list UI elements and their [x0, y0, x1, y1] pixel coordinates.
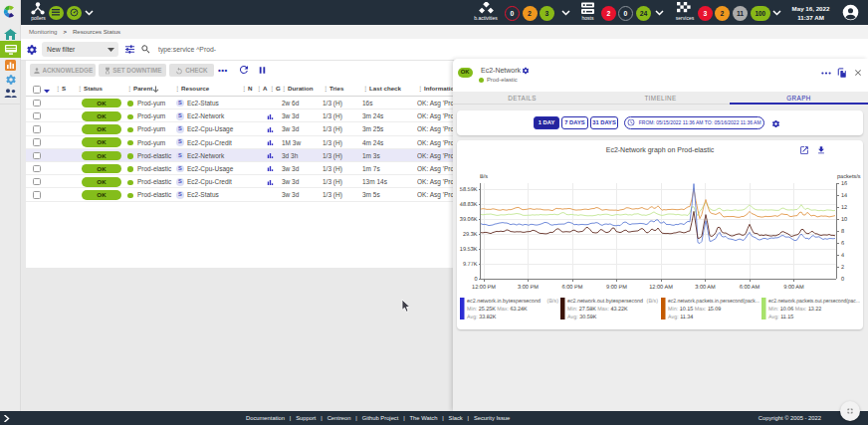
svg-text:8: 8 [841, 229, 844, 235]
svg-text:14: 14 [841, 193, 847, 199]
svg-text:10: 10 [841, 217, 847, 223]
svg-text:9:00 PM: 9:00 PM [606, 285, 627, 291]
svg-text:(B/s): (B/s) [647, 299, 659, 305]
svg-text:58.59K: 58.59K [460, 187, 478, 193]
svg-text:16: 16 [841, 181, 847, 187]
svg-text:4: 4 [841, 253, 844, 259]
svg-text:ec2.network.packets.in.perseco: ec2.network.packets.in.persecond(pack... [668, 299, 760, 305]
svg-text:Avg: 30.59K: Avg: 30.59K [567, 315, 597, 320]
svg-text:3:00 AM: 3:00 AM [695, 285, 716, 291]
svg-text:ec2.network.in.bytespersecond: ec2.network.in.bytespersecond [467, 299, 541, 305]
svg-text:(B/s): (B/s) [547, 299, 559, 305]
svg-text:Avg: 11.15: Avg: 11.15 [768, 315, 793, 320]
svg-text:39.06K: 39.06K [460, 217, 478, 223]
svg-text:Min: 10.06 Max: 13.22: Min: 10.06 Max: 13.22 [768, 307, 821, 313]
svg-text:19.53K: 19.53K [460, 247, 478, 253]
svg-text:3:00 PM: 3:00 PM [518, 285, 539, 291]
svg-text:ec2.network.out.bytespersecond: ec2.network.out.bytespersecond [567, 299, 643, 305]
svg-text:2: 2 [841, 265, 844, 271]
svg-text:Min: 10.15 Max: 15.09: Min: 10.15 Max: 15.09 [668, 307, 721, 313]
svg-text:0: 0 [841, 277, 844, 283]
svg-text:B/s: B/s [480, 173, 488, 180]
svg-text:12:00 AM: 12:00 AM [649, 285, 673, 291]
svg-text:6:00 PM: 6:00 PM [562, 285, 583, 291]
svg-text:6:00 AM: 6:00 AM [740, 285, 760, 291]
svg-text:packets/s: packets/s [837, 173, 861, 180]
svg-text:48.83K: 48.83K [460, 202, 478, 208]
svg-text:12: 12 [841, 205, 847, 211]
svg-text:0: 0 [474, 277, 477, 283]
svg-text:Avg: 11.34: Avg: 11.34 [668, 315, 693, 320]
svg-text:Min: 27.58K Max: 43.22K: Min: 27.58K Max: 43.22K [567, 307, 628, 313]
svg-text:9.77K: 9.77K [463, 262, 478, 268]
svg-text:9:00 AM: 9:00 AM [783, 285, 804, 291]
svg-text:12:00 PM: 12:00 PM [472, 285, 496, 291]
svg-text:Avg: 33.82K: Avg: 33.82K [467, 315, 497, 320]
svg-text:Min: 25.25K Max: 63.24K: Min: 25.25K Max: 63.24K [467, 307, 528, 313]
svg-text:29.3K: 29.3K [463, 232, 478, 238]
svg-text:ec2.network.packets.out.persec: ec2.network.packets.out.persecond(pac... [768, 299, 860, 305]
svg-text:6: 6 [841, 241, 844, 247]
